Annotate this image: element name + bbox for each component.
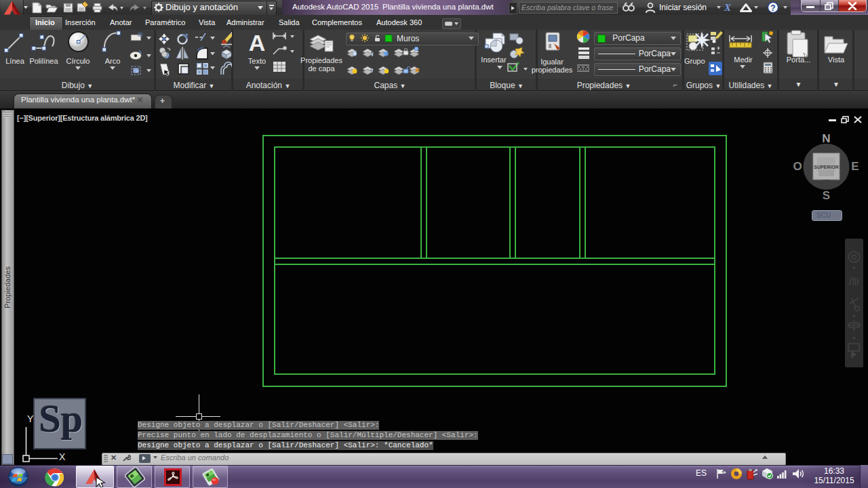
svg-text:?: ? <box>770 3 775 13</box>
svg-text:SUPERIOR: SUPERIOR <box>814 165 839 169</box>
svg-text:S: S <box>823 189 830 202</box>
svg-text:E: E <box>851 160 859 173</box>
svg-text:Y: Y <box>27 413 34 424</box>
svg-text:O: O <box>793 160 802 173</box>
svg-text:N: N <box>822 132 830 145</box>
svg-text:X: X <box>59 451 66 462</box>
